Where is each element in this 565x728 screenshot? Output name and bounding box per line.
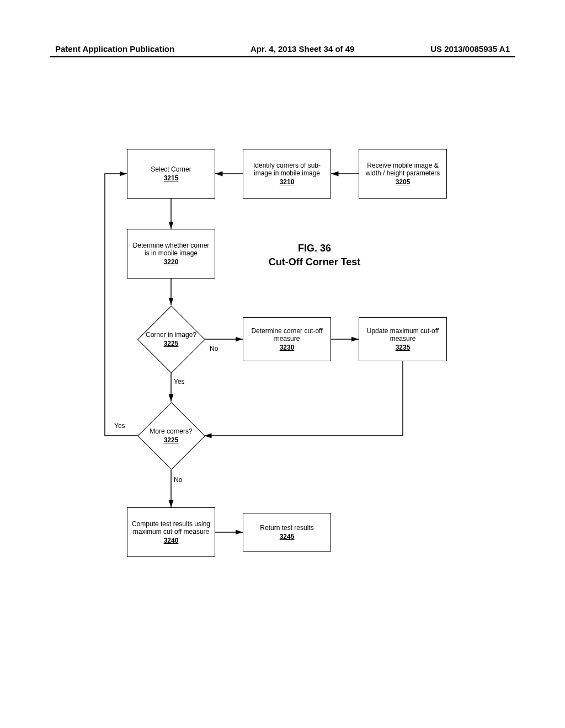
header-right: US 2013/0085935 A1 <box>430 44 510 53</box>
box-ref: 3240 <box>164 537 179 544</box>
box-3210: Identify corners of sub-image in mobile … <box>243 149 331 199</box>
box-3220: Determine whether corner is in mobile im… <box>127 229 215 279</box>
decision-3225b: More corners? 3225 <box>138 403 204 469</box>
label-no-1: No <box>210 345 218 352</box>
box-3240: Compute test results using maximum cut-o… <box>127 507 215 557</box>
label-yes-1: Yes <box>174 378 185 386</box>
box-ref: 3210 <box>280 178 295 186</box>
box-text: Determine whether corner is in mobile im… <box>130 242 212 257</box>
box-ref: 3205 <box>396 178 411 186</box>
box-text: Determine corner cut-off measure <box>246 327 328 342</box>
box-3215: Select Corner 3215 <box>127 149 215 199</box>
box-3245: Return test results 3245 <box>243 513 331 552</box>
decision-text: More corners? <box>150 427 192 435</box>
header-divider <box>50 56 515 57</box>
box-text: Compute test results using maximum cut-o… <box>130 520 212 536</box>
label-no-2: No <box>174 476 182 484</box>
decision-3225a: Corner in image? 3225 <box>138 306 204 372</box>
box-text: Identify corners of sub-image in mobile … <box>246 162 328 177</box>
box-text: Receive mobile image & width / height pa… <box>362 162 444 177</box>
decision-ref: 3225 <box>164 340 179 347</box>
box-ref: 3230 <box>280 344 295 351</box>
decision-text: Corner in image? <box>146 331 196 339</box>
header-left: Patent Application Publication <box>55 44 174 53</box>
box-ref: 3235 <box>396 344 411 351</box>
figure-number: FIG. 36 <box>259 243 370 254</box>
box-3235: Update maximum cut-off measure 3235 <box>359 317 447 361</box>
figure-title: Cut-Off Corner Test <box>248 256 381 268</box>
flowchart-diagram: Select Corner 3215 Identify corners of s… <box>94 149 447 585</box>
box-3205: Receive mobile image & width / height pa… <box>359 149 447 199</box>
page-header: Patent Application Publication Apr. 4, 2… <box>0 44 565 53</box>
box-3230: Determine corner cut-off measure 3230 <box>243 317 331 361</box>
box-ref: 3220 <box>164 258 179 266</box>
box-text: Update maximum cut-off measure <box>362 327 444 342</box>
box-ref: 3215 <box>164 174 179 182</box>
header-center: Apr. 4, 2013 Sheet 34 of 49 <box>250 44 354 53</box>
decision-ref: 3225 <box>164 436 179 444</box>
box-text: Return test results <box>260 524 313 532</box>
box-text: Select Corner <box>151 165 191 173</box>
label-yes-2: Yes <box>114 422 125 430</box>
box-ref: 3245 <box>280 533 295 540</box>
